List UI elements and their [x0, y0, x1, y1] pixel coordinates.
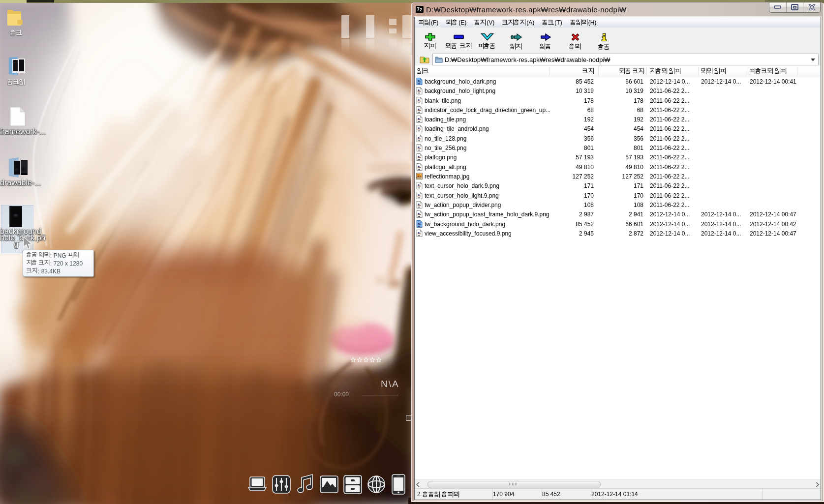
svg-text:7z: 7z [417, 7, 422, 12]
